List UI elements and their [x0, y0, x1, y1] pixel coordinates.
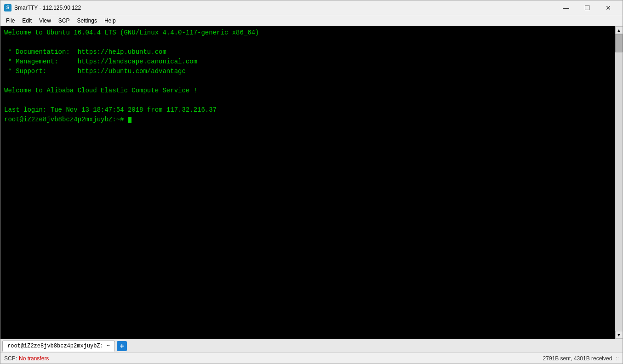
menu-help[interactable]: Help	[101, 17, 120, 25]
vertical-scrollbar[interactable]: ▲ ▼	[615, 26, 623, 339]
tab-session-1[interactable]: root@iZ2ze8jvb8bcz4p2mxjuybZ: ~	[2, 341, 115, 352]
statusbar: SCP: No transfers 2791B sent, 4301B rece…	[0, 353, 623, 364]
status-indicator: ::	[616, 355, 619, 362]
menu-scp[interactable]: SCP	[55, 17, 74, 25]
tab-session-1-label: root@iZ2ze8jvb8bcz4p2mxjuybZ: ~	[7, 343, 110, 349]
scroll-down-arrow[interactable]: ▼	[615, 331, 623, 339]
menu-view[interactable]: View	[35, 17, 55, 25]
titlebar: S SmarTTY - 112.125.90.122 — ☐ ✕	[0, 0, 623, 15]
minimize-button[interactable]: —	[555, 0, 577, 15]
window-title: SmarTTY - 112.125.90.122	[14, 5, 555, 11]
scroll-thumb[interactable]	[615, 34, 623, 52]
tabbar: root@iZ2ze8jvb8bcz4p2mxjuybZ: ~ +	[0, 339, 623, 353]
terminal-container: Welcome to Ubuntu 16.04.4 LTS (GNU/Linux…	[0, 26, 623, 339]
scp-value: No transfers	[19, 355, 49, 362]
transfer-stats: 2791B sent, 4301B received	[543, 355, 612, 362]
main-window: S SmarTTY - 112.125.90.122 — ☐ ✕ File Ed…	[0, 0, 623, 364]
scroll-up-arrow[interactable]: ▲	[615, 26, 623, 34]
menubar: File Edit View SCP Settings Help	[0, 15, 623, 26]
window-controls: — ☐ ✕	[555, 0, 619, 15]
close-button[interactable]: ✕	[598, 0, 619, 15]
menu-settings[interactable]: Settings	[74, 17, 101, 25]
status-left: SCP: No transfers	[4, 355, 543, 362]
terminal-content[interactable]: Welcome to Ubuntu 16.04.4 LTS (GNU/Linux…	[0, 26, 615, 339]
scroll-track[interactable]	[615, 34, 623, 331]
maximize-button[interactable]: ☐	[577, 0, 598, 15]
terminal-output: Welcome to Ubuntu 16.04.4 LTS (GNU/Linux…	[4, 28, 611, 125]
scp-label: SCP:	[4, 355, 17, 362]
menu-edit[interactable]: Edit	[18, 17, 35, 25]
add-tab-button[interactable]: +	[117, 341, 127, 351]
app-icon: S	[4, 4, 11, 11]
menu-file[interactable]: File	[2, 17, 18, 25]
